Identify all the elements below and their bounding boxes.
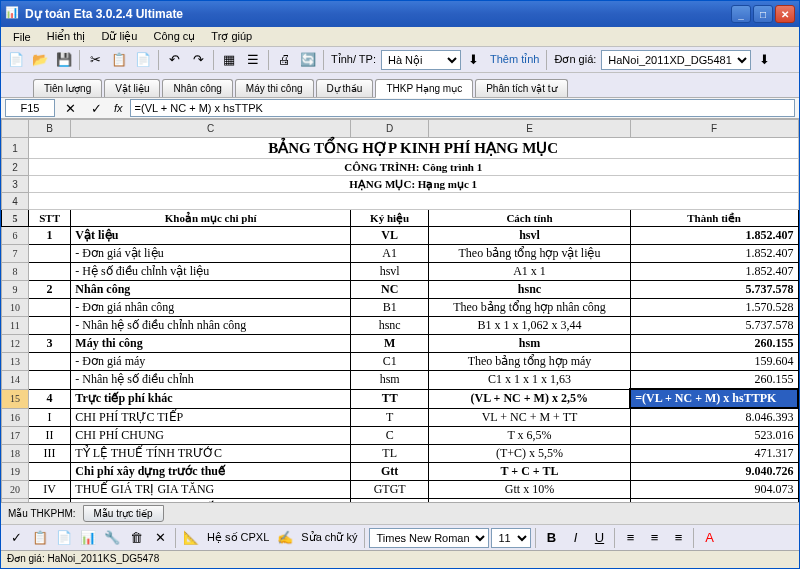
minimize-button[interactable]: _ [731, 5, 751, 23]
col-header-B[interactable]: B [28, 120, 71, 138]
cell-khoan[interactable]: Chi phí xây dựng trước thuế [71, 463, 351, 481]
cell-stt[interactable] [28, 499, 71, 503]
undo-button[interactable]: ↶ [163, 49, 185, 71]
cell-thanhtien[interactable]: 471.317 [630, 445, 798, 463]
cell-cachtinh[interactable]: hsm [429, 335, 630, 353]
cell-thanhtien[interactable]: =(VL + NC + M) x hsTTPK [630, 389, 798, 408]
menu-dulieu[interactable]: Dữ liệu [93, 28, 145, 45]
bold-button[interactable]: B [540, 527, 562, 549]
cell-thanhtien[interactable]: 9.944.799 [630, 499, 798, 503]
row-header[interactable]: 13 [2, 353, 29, 371]
cancel-formula-button[interactable]: ✕ [59, 97, 81, 119]
cell-kyhieu[interactable]: Gst [351, 499, 429, 503]
row-header[interactable]: 16 [2, 408, 29, 427]
row-header[interactable]: 9 [2, 281, 29, 299]
cell-kyhieu[interactable]: A1 [351, 245, 429, 263]
cell-khoan[interactable]: THUẾ GIÁ TRỊ GIA TĂNG [71, 481, 351, 499]
corner-cell[interactable] [2, 120, 29, 138]
tb2-btn6[interactable]: 🗑 [125, 527, 147, 549]
cell-thanhtien[interactable]: 1.852.407 [630, 245, 798, 263]
cell-thanhtien[interactable]: 1.570.528 [630, 299, 798, 317]
tab-nhancong[interactable]: Nhân công [162, 79, 232, 97]
mau-tab[interactable]: Mẫu trực tiếp [83, 505, 164, 522]
cell-khoan[interactable]: - Đơn giá vật liệu [71, 245, 351, 263]
cell-cachtinh[interactable]: Theo bảng tổng hợp máy [429, 353, 630, 371]
heso-label[interactable]: Hệ số CPXL [204, 531, 272, 544]
open-button[interactable]: 📂 [29, 49, 51, 71]
col-header-F[interactable]: F [630, 120, 798, 138]
cell-khoan[interactable]: - Hệ số điều chỉnh vật liệu [71, 263, 351, 281]
cell-stt[interactable] [28, 371, 71, 390]
cell-thanhtien[interactable]: 904.073 [630, 481, 798, 499]
cell-thanhtien[interactable]: 523.016 [630, 427, 798, 445]
col-header-E[interactable]: E [429, 120, 630, 138]
tb2-btn7[interactable]: ✕ [149, 527, 171, 549]
cell-stt[interactable]: III [28, 445, 71, 463]
copy-button[interactable]: 📋 [108, 49, 130, 71]
row-header[interactable]: 14 [2, 371, 29, 390]
cell-cachtinh[interactable]: A1 x 1 [429, 263, 630, 281]
font-select[interactable]: Times New Roman [369, 528, 489, 548]
tab-vatlieu[interactable]: Vật liệu [104, 79, 160, 97]
tb2-btn5[interactable]: 🔧 [101, 527, 123, 549]
cell-stt[interactable]: 3 [28, 335, 71, 353]
menu-hienthi[interactable]: Hiển thị [39, 28, 94, 45]
cell-kyhieu[interactable]: Gtt [351, 463, 429, 481]
cell-thanhtien[interactable]: 159.604 [630, 353, 798, 371]
cell-thanhtien[interactable]: 1.852.407 [630, 263, 798, 281]
cell-khoan[interactable]: Trực tiếp phí khác [71, 389, 351, 408]
row-header[interactable]: 12 [2, 335, 29, 353]
cell-khoan[interactable]: Vật liệu [71, 227, 351, 245]
suachu-button[interactable]: ✍ [274, 527, 296, 549]
cell-kyhieu[interactable]: VL [351, 227, 429, 245]
row-button[interactable]: ☰ [242, 49, 264, 71]
cell-khoan[interactable]: TỶ LỆ THUẾ TÍNH TRƯỚC [71, 445, 351, 463]
row-header[interactable]: 11 [2, 317, 29, 335]
cell-cachtinh[interactable]: (T+C) x 5,5% [429, 445, 630, 463]
cell-thanhtien[interactable]: 1.852.407 [630, 227, 798, 245]
tab-thkp[interactable]: THKP Hạng mục [375, 79, 473, 98]
formula-input[interactable] [130, 99, 795, 117]
cell-kyhieu[interactable]: M [351, 335, 429, 353]
cell-cachtinh[interactable]: hsnc [429, 281, 630, 299]
cell-reference[interactable] [5, 99, 55, 117]
cell-stt[interactable]: 1 [28, 227, 71, 245]
accept-formula-button[interactable]: ✓ [85, 97, 107, 119]
menu-congcu[interactable]: Công cụ [146, 28, 204, 45]
cell-kyhieu[interactable]: hsvl [351, 263, 429, 281]
cell-khoan[interactable]: CHI PHÍ CHUNG [71, 427, 351, 445]
cell-kyhieu[interactable]: C1 [351, 353, 429, 371]
tb2-btn2[interactable]: 📋 [29, 527, 51, 549]
heso-button[interactable]: 📐 [180, 527, 202, 549]
cell-kyhieu[interactable]: B1 [351, 299, 429, 317]
cell-cachtinh[interactable]: T + C + TL [429, 463, 630, 481]
cut-button[interactable]: ✂ [84, 49, 106, 71]
tab-maythicong[interactable]: Máy thi công [235, 79, 314, 97]
italic-button[interactable]: I [564, 527, 586, 549]
suachu-label[interactable]: Sửa chữ ký [298, 531, 360, 544]
cell-stt[interactable] [28, 263, 71, 281]
row-header[interactable]: 7 [2, 245, 29, 263]
align-left-button[interactable]: ≡ [619, 527, 641, 549]
cell-thanhtien[interactable]: 9.040.726 [630, 463, 798, 481]
close-button[interactable]: ✕ [775, 5, 795, 23]
maximize-button[interactable]: □ [753, 5, 773, 23]
cell-khoan[interactable]: Nhân công [71, 281, 351, 299]
cell-thanhtien[interactable]: 5.737.578 [630, 281, 798, 299]
row-header[interactable]: 15 [2, 389, 29, 408]
col-header-C[interactable]: C [71, 120, 351, 138]
row-header[interactable]: 18 [2, 445, 29, 463]
cell-kyhieu[interactable]: T [351, 408, 429, 427]
cell-cachtinh[interactable]: VL + NC + M + TT [429, 408, 630, 427]
menu-file[interactable]: File [5, 29, 39, 45]
print-button[interactable]: 🖨 [273, 49, 295, 71]
dongia-down-button[interactable]: ⬇ [753, 49, 775, 71]
row-header[interactable]: 5 [2, 210, 29, 227]
col-header-D[interactable]: D [351, 120, 429, 138]
row-header[interactable]: 6 [2, 227, 29, 245]
cell-stt[interactable]: 4 [28, 389, 71, 408]
row-header[interactable]: 10 [2, 299, 29, 317]
dongia-select[interactable]: HaNoi_2011XD_DG5481 [601, 50, 751, 70]
cell-stt[interactable] [28, 299, 71, 317]
redo-button[interactable]: ↷ [187, 49, 209, 71]
